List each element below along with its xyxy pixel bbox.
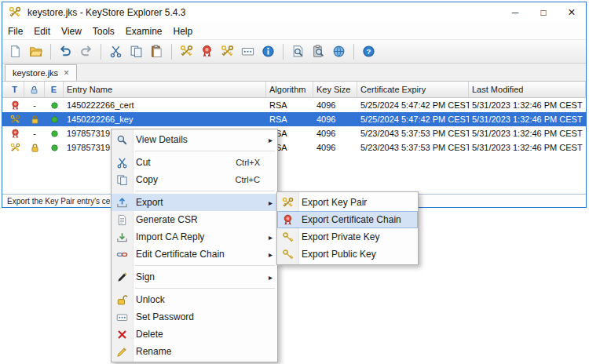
- menu-separator: [135, 151, 275, 151]
- menu-help[interactable]: Help: [168, 24, 199, 38]
- help-icon: ?: [362, 45, 375, 58]
- context-menu-item-set-password[interactable]: Set Password: [112, 308, 277, 326]
- undo-icon: [59, 45, 72, 58]
- keypair-icon: [10, 143, 20, 153]
- new-button[interactable]: [5, 42, 25, 61]
- submenu-item-export-public-key[interactable]: Export Public Key: [277, 246, 418, 263]
- examine-certificate-button[interactable]: [288, 42, 308, 61]
- menu-tools[interactable]: Tools: [87, 24, 120, 38]
- context-menu-item-copy[interactable]: Copy Ctrl+C: [112, 171, 277, 188]
- menu-edit[interactable]: Edit: [28, 24, 56, 38]
- last-modified: 5/31/2023 1:32:46 PM CEST: [469, 140, 586, 155]
- tab-label: keystore.jks: [13, 68, 58, 78]
- examine-ssl-icon: [332, 45, 346, 58]
- menu-examine[interactable]: Examine: [120, 24, 168, 38]
- keystore-entries-table: T E Entry Name Algorithm Key Size Certif…: [2, 82, 586, 194]
- lock-state: -: [24, 98, 45, 112]
- redo-icon: [79, 45, 93, 58]
- context-menu-item-rename[interactable]: Rename: [112, 343, 277, 360]
- paste-button[interactable]: [147, 42, 166, 61]
- submenu-item-export-private-key[interactable]: Export Private Key: [277, 228, 418, 246]
- certificate-expiry: 5/23/2043 5:37:53 PM CEST: [357, 140, 469, 155]
- header-last-modified[interactable]: Last Modified: [469, 82, 586, 97]
- magnifier-icon: [116, 134, 128, 146]
- header-type[interactable]: T: [5, 82, 24, 97]
- redo-button[interactable]: [76, 42, 96, 61]
- undo-button[interactable]: [56, 42, 75, 61]
- svg-text:?: ?: [367, 47, 371, 56]
- examine-ssl-button[interactable]: [329, 42, 349, 61]
- window-title: keystore.jks - KeyStore Explorer 5.4.3: [27, 7, 501, 18]
- menu-file[interactable]: File: [2, 24, 28, 38]
- toolbar-separator: [171, 44, 172, 60]
- menu-view[interactable]: View: [56, 24, 87, 38]
- lock-state: -: [24, 126, 45, 140]
- table-row-197857319-cert[interactable]: - 197857319 RSA 4096 5/23/2043 5:37:53 P…: [2, 126, 586, 140]
- title-bar: keystore.jks - KeyStore Explorer 5.4.3 ─…: [2, 2, 586, 23]
- key-icon: [282, 231, 294, 243]
- submenu-arrow-icon: ▸: [265, 273, 273, 282]
- submenu-item-export-certificate-chain[interactable]: Export Certificate Chain: [277, 211, 418, 228]
- context-menu-item-sign[interactable]: Sign ▸: [112, 268, 277, 286]
- status-ok-icon: [49, 143, 60, 153]
- context-menu-item-import-ca-reply[interactable]: Import CA Reply ▸: [112, 228, 277, 246]
- header-lock[interactable]: [24, 82, 45, 97]
- close-tab-icon[interactable]: ×: [64, 68, 69, 78]
- close-icon: ×: [568, 5, 575, 20]
- maximize-button[interactable]: □: [529, 2, 558, 23]
- context-menu-item-unlock[interactable]: Unlock: [112, 291, 277, 308]
- submenu-item-export-key-pair[interactable]: Export Key Pair: [277, 194, 418, 211]
- context-menu-item-export[interactable]: Export ▸: [112, 194, 277, 211]
- table-row-1450222266-key[interactable]: 1450222266_key RSA 4096 5/25/2024 5:47:4…: [2, 112, 586, 126]
- minimize-button[interactable]: ─: [501, 2, 529, 23]
- import-trusted-certificate-icon: [200, 45, 214, 58]
- keypair-icon: [10, 115, 20, 125]
- header-expiry-status[interactable]: E: [45, 82, 64, 97]
- close-button[interactable]: ×: [558, 2, 586, 23]
- help-button[interactable]: ?: [359, 42, 379, 61]
- sign-pen-icon: [116, 271, 128, 283]
- header-certificate-expiry[interactable]: Certificate Expiry: [357, 82, 469, 97]
- import-keypair-icon: [221, 45, 234, 58]
- unlock-icon: [116, 294, 128, 306]
- context-menu-item-view-details[interactable]: View Details ▸: [112, 131, 277, 148]
- import-keypair-button[interactable]: [218, 42, 237, 61]
- import-trusted-certificate-button[interactable]: [197, 42, 217, 61]
- table-row-197857319-key[interactable]: 197857319 RSA 4096 5/23/2043 5:37:53 PM …: [2, 140, 586, 155]
- menu-bar: File Edit View Tools Examine Help: [2, 23, 586, 39]
- context-menu: View Details ▸ Cut Ctrl+X Copy Ctrl+C Ex…: [111, 129, 278, 362]
- properties-icon: [262, 45, 275, 58]
- submenu-arrow-icon: ▸: [265, 233, 273, 242]
- set-password-icon: [116, 311, 128, 323]
- certificate-expiry: 5/23/2043 5:37:53 PM CEST: [357, 126, 469, 140]
- table-row-1450222266-cert[interactable]: - 1450222266_cert RSA 4096 5/25/2024 5:4…: [2, 98, 586, 112]
- shortcut-label: Ctrl+X: [236, 158, 260, 167]
- copy-button[interactable]: [126, 42, 146, 61]
- padlock-icon: [30, 143, 40, 153]
- properties-button[interactable]: [258, 42, 278, 61]
- tab-keystore-jks[interactable]: keystore.jks ×: [5, 64, 77, 81]
- set-password-icon: [241, 45, 254, 58]
- entry-name: 1450222266_key: [64, 112, 266, 126]
- cut-button[interactable]: [106, 42, 126, 61]
- generate-keypair-button[interactable]: [177, 42, 196, 61]
- table-header: T E Entry Name Algorithm Key Size Certif…: [2, 82, 586, 98]
- status-ok-icon: [49, 129, 60, 139]
- shortcut-label: Ctrl+C: [236, 175, 260, 184]
- header-entry-name[interactable]: Entry Name: [64, 82, 266, 97]
- context-menu-item-delete[interactable]: Delete: [112, 326, 277, 343]
- app-window: keystore.jks - KeyStore Explorer 5.4.3 ─…: [2, 2, 587, 208]
- certificate-icon: [10, 100, 20, 111]
- context-menu-item-cut[interactable]: Cut Ctrl+X: [112, 154, 277, 171]
- status-ok-icon: [49, 100, 60, 111]
- toolbar-separator: [353, 44, 354, 60]
- context-menu-item-generate-csr[interactable]: Generate CSR: [112, 211, 277, 228]
- open-button[interactable]: [26, 42, 46, 61]
- header-algorithm[interactable]: Algorithm: [266, 82, 313, 97]
- context-menu-item-edit-certificate-chain[interactable]: Edit Certificate Chain ▸: [112, 246, 277, 263]
- examine-crl-button[interactable]: [309, 42, 328, 61]
- copy-icon: [116, 174, 128, 186]
- header-key-size[interactable]: Key Size: [313, 82, 357, 97]
- menu-separator: [135, 288, 275, 289]
- set-password-button[interactable]: [238, 42, 258, 61]
